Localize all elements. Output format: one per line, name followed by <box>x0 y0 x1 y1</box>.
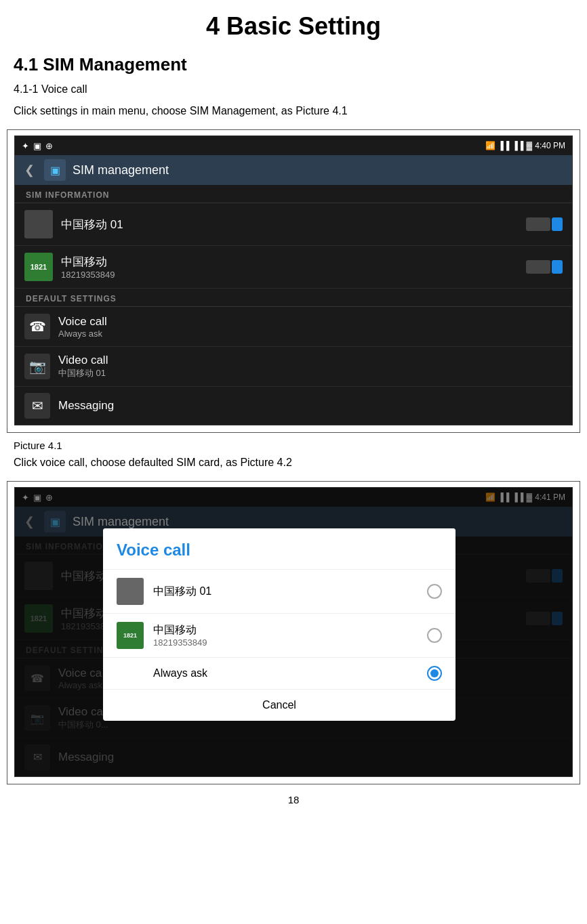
voice-call-dialog: Voice call 中国移动 01 1821 中国移动 18219353849 <box>103 528 456 721</box>
section-sim-info: SIM INFORMATION <box>15 185 572 203</box>
video-call-row[interactable]: 📷 Video call 中国移动 01 <box>15 347 572 387</box>
messaging-text: Messaging <box>58 399 563 413</box>
dialog-option2-title: 中国移动 <box>153 623 418 637</box>
signal-icon1: ▐▐ <box>498 141 510 150</box>
dialog-sim2-thumb: 1821 <box>117 622 144 649</box>
dialog-option2-text: 中国移动 18219353849 <box>153 623 418 648</box>
sim2-row[interactable]: 1821 中国移动 18219353849 <box>15 246 572 289</box>
toggle-off-part <box>526 217 550 231</box>
sim2-number: 18219353849 <box>61 270 518 280</box>
sim2-name: 中国移动 <box>61 254 518 270</box>
notification-icon: ⊕ <box>45 141 53 151</box>
status-icons-right: 📶 ▐▐ ▐▐ ▓ 4:40 PM <box>485 141 565 150</box>
dialog-sim1-thumb <box>117 578 144 605</box>
toggle2-on-part <box>552 260 563 274</box>
messaging-icon-box: ✉ <box>24 393 50 419</box>
video-call-icon-box: 📷 <box>24 354 50 379</box>
back-arrow-icon[interactable]: ❮ <box>24 163 35 177</box>
picture1-label: Picture 4.1 <box>0 436 587 454</box>
toggle2-off-part <box>526 260 550 274</box>
screenshot-2: ✦ ▣ ⊕ 📶 ▐▐ ▐▐ ▓ 4:41 PM ❮ ▣ SIM manageme… <box>7 481 580 784</box>
dialog-overlay: Voice call 中国移动 01 1821 中国移动 18219353849 <box>15 488 572 776</box>
voice-call-text: Voice call Always ask <box>58 315 563 339</box>
status-bar-1: ✦ ▣ ⊕ 📶 ▐▐ ▐▐ ▓ 4:40 PM <box>15 136 572 155</box>
voice-call-subtitle: Always ask <box>58 329 563 339</box>
sim1-thumb <box>24 210 53 238</box>
subsection-label: 4.1-1 Voice call <box>0 81 587 102</box>
page-number: 18 <box>0 787 587 812</box>
sim1-row[interactable]: 中国移动 01 <box>15 203 572 246</box>
camera-icon: ▣ <box>33 141 41 151</box>
battery-icon: ▓ <box>527 141 533 150</box>
dialog-title-section: Voice call <box>103 528 456 569</box>
video-call-subtitle: 中国移动 01 <box>58 367 563 379</box>
phone-icon: ☎ <box>29 318 46 335</box>
sim1-toggle[interactable] <box>526 217 563 231</box>
voice-call-row[interactable]: ☎ Voice call Always ask <box>15 307 572 347</box>
wifi-icon: 📶 <box>485 141 495 150</box>
subsection-desc: Click settings in main menu, choose SIM … <box>0 102 587 124</box>
toggle-on-part <box>552 217 563 231</box>
radio-inner-3 <box>430 669 439 677</box>
dialog-cancel-button[interactable]: Cancel <box>103 689 456 721</box>
message-icon: ✉ <box>32 398 43 414</box>
title-bar-1: ❮ ▣ SIM management <box>15 155 572 185</box>
picture2-desc: Click voice call, choose defaulted SIM c… <box>0 454 587 476</box>
screenshot-1: ✦ ▣ ⊕ 📶 ▐▐ ▐▐ ▓ 4:40 PM ❮ ▣ SIM manageme… <box>7 129 580 433</box>
page-title: 4 Basic Setting <box>0 0 587 47</box>
phone-screen-2: ✦ ▣ ⊕ 📶 ▐▐ ▐▐ ▓ 4:41 PM ❮ ▣ SIM manageme… <box>14 487 573 777</box>
sim2-toggle[interactable] <box>526 260 563 274</box>
dialog-option3-title: Always ask <box>153 667 418 679</box>
section-defaults: DEFAULT SETTINGS <box>15 289 572 307</box>
sim-icon: ✦ <box>22 141 29 151</box>
signal-icon2: ▐▐ <box>512 141 524 150</box>
messaging-title: Messaging <box>58 399 563 413</box>
video-call-text: Video call 中国移动 01 <box>58 354 563 379</box>
sim-card-icon: ▣ <box>50 164 60 177</box>
sim1-name: 中国移动 01 <box>61 217 518 232</box>
title-bar-text-1: SIM management <box>73 163 169 177</box>
dialog-option2-subtitle: 18219353849 <box>153 637 418 648</box>
dialog-radio-1[interactable] <box>427 584 442 599</box>
dialog-radio-3[interactable] <box>427 666 442 681</box>
dialog-option3-text: Always ask <box>117 667 418 679</box>
status-icons-left: ✦ ▣ ⊕ <box>22 141 53 151</box>
dialog-option1-title: 中国移动 01 <box>153 585 418 599</box>
sim-mgmt-icon: ▣ <box>44 159 66 181</box>
messaging-row[interactable]: ✉ Messaging <box>15 387 572 425</box>
video-icon: 📷 <box>29 358 46 375</box>
section-heading-sim: 4.1 SIM Management <box>0 47 587 81</box>
voice-call-icon-box: ☎ <box>24 314 50 339</box>
sim2-text: 中国移动 18219353849 <box>61 254 518 280</box>
sim2-thumb: 1821 <box>24 253 53 281</box>
phone-screen-1: ✦ ▣ ⊕ 📶 ▐▐ ▐▐ ▓ 4:40 PM ❮ ▣ SIM manageme… <box>14 135 573 425</box>
video-call-title: Video call <box>58 354 563 367</box>
dialog-option1-text: 中国移动 01 <box>153 585 418 599</box>
dialog-title-text: Voice call <box>117 541 442 560</box>
dialog-option3[interactable]: Always ask <box>103 657 456 689</box>
sim1-text: 中国移动 01 <box>61 217 518 232</box>
dialog-option1[interactable]: 中国移动 01 <box>103 569 456 613</box>
dialog-option2[interactable]: 1821 中国移动 18219353849 <box>103 613 456 657</box>
time-display: 4:40 PM <box>535 141 565 150</box>
voice-call-title: Voice call <box>58 315 563 329</box>
dialog-radio-2[interactable] <box>427 628 442 643</box>
